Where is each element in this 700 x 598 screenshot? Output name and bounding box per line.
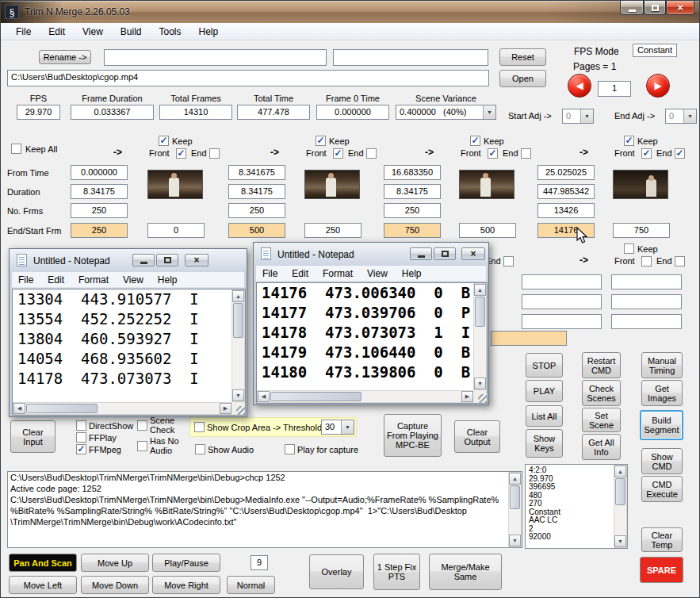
scroll-down-icon[interactable]: ▼ — [474, 378, 486, 389]
chevron-down-icon[interactable]: ▼ — [483, 105, 495, 119]
front-checkbox-2[interactable] — [333, 148, 343, 159]
spare-button[interactable]: SPARE — [640, 557, 683, 583]
scroll-left-icon[interactable]: ◀ — [258, 391, 270, 402]
duration-field-2[interactable]: 8.34175 — [228, 184, 285, 199]
prev-page-button[interactable]: ◀ — [568, 74, 591, 98]
scrollbar-thumb[interactable] — [510, 485, 520, 509]
from-time-field-3[interactable]: 16.683350 — [384, 165, 441, 180]
menu-edit[interactable]: Edit — [40, 24, 74, 40]
media-info-panel[interactable]: 4:2:0 29.970 396695 480 270 Constant AAC… — [525, 464, 628, 549]
front-checkbox-4[interactable] — [641, 148, 652, 159]
from-time-field-2[interactable]: 8.341675 — [228, 165, 285, 180]
show-crop-checkbox[interactable] — [194, 422, 205, 432]
video-thumbnail-1[interactable] — [147, 170, 203, 199]
notepad2-menu-view[interactable]: View — [361, 266, 396, 281]
end-frame-field-2[interactable]: 500 — [228, 223, 285, 238]
notepad2-menu-format[interactable]: Format — [316, 266, 361, 281]
notepad2-vertical-scrollbar[interactable]: ▲ ▼ — [473, 283, 487, 390]
restart-cmd-button[interactable]: Restart CMD — [582, 352, 621, 378]
keep-checkbox-r2b[interactable] — [624, 243, 634, 254]
move-left-button[interactable]: Move Left — [9, 576, 77, 594]
play-for-capture-checkbox[interactable] — [285, 444, 295, 454]
notepad2-maximize-button[interactable] — [434, 247, 456, 260]
notepad1-horizontal-scrollbar[interactable]: ◀ ▶ — [13, 402, 232, 415]
manual-timing-button[interactable]: Manual Timing — [641, 352, 683, 378]
row2-field-2[interactable] — [611, 274, 682, 289]
clear-output-button[interactable]: Clear Output — [454, 420, 500, 453]
front-checkbox-r2b[interactable] — [641, 256, 652, 266]
keep-checkbox-2[interactable] — [316, 136, 326, 146]
end-frame-field-1[interactable]: 250 — [71, 223, 128, 238]
start-frame-field-1[interactable]: 0 — [147, 223, 205, 238]
notepad-window-1[interactable]: Untitled - Notepad × File Edit Format Vi… — [9, 248, 247, 417]
one-step-fix-pts-button[interactable]: 1 Step Fix PTS — [373, 554, 420, 590]
title-bar[interactable]: § Trim N Merge 2.26.05.03 × — [1, 1, 700, 23]
frame0-time-field[interactable]: 0.000000 — [316, 105, 389, 120]
nine-field[interactable]: 9 — [251, 555, 268, 570]
notepad1-menu-format[interactable]: Format — [72, 273, 117, 287]
minimize-button[interactable] — [620, 1, 644, 15]
notepad2-minimize-button[interactable] — [410, 247, 432, 260]
duration-field-1[interactable]: 8.34175 — [71, 184, 128, 199]
console-scrollbar[interactable]: ▲ ▼ — [508, 472, 522, 547]
menu-help[interactable]: Help — [190, 24, 228, 40]
file-path-field[interactable]: C:\Users\Bud\Desktop\cgop.mp4 — [7, 70, 489, 86]
rename-button[interactable]: Rename -> — [39, 50, 91, 64]
notepad1-menu-file[interactable]: File — [12, 273, 41, 287]
end-checkbox-r2a[interactable] — [503, 256, 514, 266]
notepad1-menu-help[interactable]: Help — [151, 273, 186, 287]
scroll-down-icon[interactable]: ▼ — [614, 535, 626, 547]
scroll-down-icon[interactable]: ▼ — [232, 389, 244, 401]
resize-grip[interactable] — [236, 406, 246, 416]
ffmpeg-checkbox[interactable] — [76, 444, 86, 454]
resize-grip[interactable] — [478, 394, 488, 404]
list-all-button[interactable]: List All — [526, 405, 563, 427]
scrollbar-thumb[interactable] — [26, 404, 98, 413]
chevron-down-icon[interactable]: ▼ — [683, 109, 696, 123]
scrollbar-thumb[interactable] — [233, 303, 243, 338]
front-checkbox-1[interactable] — [176, 148, 186, 159]
get-images-button[interactable]: Get Images — [641, 380, 683, 406]
build-segment-button[interactable]: Build Segment — [640, 410, 683, 440]
end-checkbox-3[interactable] — [521, 148, 531, 159]
duration-field-4[interactable]: 447.985342 — [537, 184, 595, 199]
row2-field-5[interactable] — [522, 314, 602, 329]
scroll-right-icon[interactable]: ▶ — [461, 391, 473, 402]
end-checkbox-2[interactable] — [366, 148, 377, 159]
scroll-up-icon[interactable]: ▲ — [474, 284, 486, 296]
cmd-execute-button[interactable]: CMD Execute — [641, 476, 683, 502]
chevron-down-icon[interactable]: ▼ — [580, 109, 593, 123]
notepad1-maximize-button[interactable] — [156, 254, 178, 266]
notepad1-vertical-scrollbar[interactable]: ▲ ▼ — [231, 289, 245, 402]
row2-field-4[interactable] — [611, 294, 682, 309]
play-pause-button[interactable]: Play/Pause — [152, 554, 220, 572]
start-frame-field-3[interactable]: 500 — [459, 223, 516, 238]
total-frames-field[interactable]: 14310 — [159, 105, 232, 120]
from-time-field-4[interactable]: 25.025025 — [537, 165, 595, 180]
clear-temp-button[interactable]: Clear Temp — [641, 527, 683, 552]
row2-field-1[interactable] — [522, 274, 602, 289]
notepad1-close-button[interactable]: × — [185, 254, 208, 266]
capture-from-mpc-button[interactable]: Capture From Playing MPC-BE — [384, 414, 442, 457]
menu-build[interactable]: Build — [112, 24, 151, 40]
start-frame-field-2[interactable]: 250 — [304, 223, 361, 238]
stop-button[interactable]: STOP — [526, 353, 563, 378]
notepad2-menu-edit[interactable]: Edit — [285, 266, 316, 281]
notepad2-text-area[interactable]: 14176 473.006340 0 B 14177 473.039706 0 … — [256, 282, 488, 404]
show-audio-checkbox[interactable] — [195, 444, 205, 454]
notepad1-menu-view[interactable]: View — [117, 273, 151, 287]
move-up-button[interactable]: Move Up — [81, 554, 149, 572]
from-time-field-1[interactable]: 0.000000 — [71, 165, 128, 180]
set-scene-button[interactable]: Set Scene — [582, 408, 621, 432]
video-thumbnail-4[interactable] — [613, 170, 668, 199]
show-cmd-button[interactable]: Show CMD — [641, 448, 683, 474]
scroll-up-icon[interactable]: ▲ — [614, 466, 626, 477]
scrollbar-thumb[interactable] — [270, 392, 361, 401]
fps-field[interactable]: 29.970 — [17, 105, 60, 120]
scene-check-checkbox[interactable] — [137, 420, 147, 431]
notepad2-horizontal-scrollbar[interactable]: ◀ ▶ — [257, 390, 474, 403]
notepad1-menu-edit[interactable]: Edit — [41, 273, 72, 287]
keep-checkbox-1[interactable] — [159, 136, 169, 146]
start-frame-field-4[interactable]: 750 — [613, 223, 670, 238]
reset-button[interactable]: Reset — [499, 48, 546, 66]
